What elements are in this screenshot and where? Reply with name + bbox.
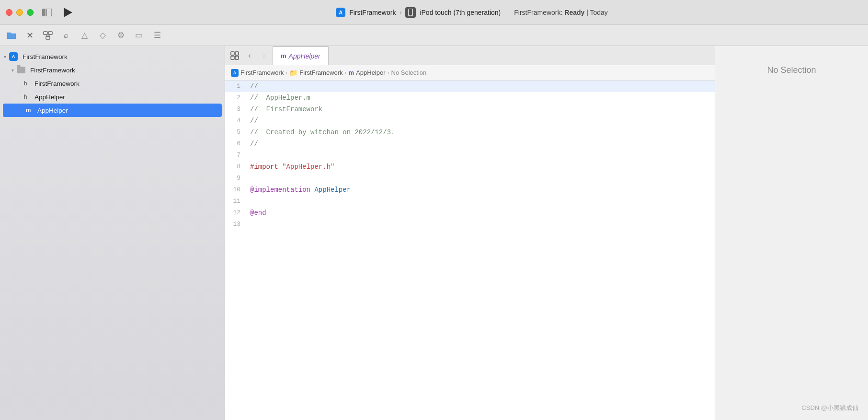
no-selection-label: No Selection: [767, 65, 816, 75]
svg-rect-5: [44, 32, 47, 35]
code-line-9: 9: [225, 173, 715, 184]
chevron-down-icon: [4, 54, 6, 59]
breadcrumb-item-1[interactable]: FirstFramework: [240, 69, 284, 76]
code-line-11: 11: [225, 196, 715, 207]
svg-rect-7: [46, 36, 50, 39]
tab-label-apphelper: AppHelper: [289, 52, 320, 60]
svg-point-4: [411, 15, 411, 16]
folder-icon: [17, 67, 25, 73]
svg-rect-13: [235, 56, 239, 59]
code-line-10: 10 @implementation AppHelper: [225, 184, 715, 196]
editor-tabs: m AppHelper: [273, 46, 329, 65]
title-bar: A FirstFramework › iPod touch (7th gener…: [0, 0, 868, 25]
hierarchy-button[interactable]: [40, 28, 56, 43]
svg-rect-0: [42, 9, 46, 16]
editor-split: ‹ › m AppHelper A FirstFramework › 📁 Fir…: [225, 46, 868, 420]
close-x-button[interactable]: ✕: [22, 28, 37, 43]
breadcrumb-sep-1: ›: [286, 70, 287, 76]
code-line-7: 7: [225, 150, 715, 161]
sidebar-item-root-label: FirstFramework: [23, 53, 68, 60]
code-line-8: 8 #import "AppHelper.h": [225, 161, 715, 173]
sidebar-item-group[interactable]: FirstFramework: [0, 63, 225, 77]
code-line-2: 2 // AppHelper.m: [225, 92, 715, 104]
breadcrumb-item-3[interactable]: AppHelper: [356, 69, 385, 76]
file-tree: A FirstFramework FirstFramework h FirstF…: [0, 46, 225, 420]
breadcrumb-item-2[interactable]: FirstFramework: [299, 69, 343, 76]
code-line-13: 13: [225, 219, 715, 230]
run-button[interactable]: [60, 5, 76, 20]
title-bar-center: A FirstFramework › iPod touch (7th gener…: [81, 7, 862, 18]
code-line-12: 12 @end: [225, 207, 715, 219]
traffic-lights: [6, 9, 34, 16]
code-line-3: 3 // FirstFramework: [225, 104, 715, 115]
warning-button[interactable]: △: [77, 28, 92, 43]
sidebar: A FirstFramework FirstFramework h FirstF…: [0, 46, 225, 420]
breadcrumb-sep-3: ›: [388, 70, 389, 76]
main-content: A FirstFramework FirstFramework h FirstF…: [0, 46, 868, 420]
device-label: iPod touch (7th generation): [420, 9, 501, 16]
tab-file-type-m: m: [281, 52, 286, 59]
minimize-button[interactable]: [16, 9, 23, 16]
app-icon: A: [336, 8, 345, 17]
maximize-button[interactable]: [27, 9, 34, 16]
svg-rect-1: [46, 9, 52, 16]
sidebar-item-group-label: FirstFramework: [30, 67, 75, 74]
list-button[interactable]: ☰: [149, 28, 165, 43]
breadcrumb-m-icon: m: [349, 69, 354, 76]
code-editor[interactable]: 1 // 2 // AppHelper.m 3 // FirstFramewor…: [225, 81, 715, 420]
close-button[interactable]: [6, 9, 12, 16]
sidebar-item-m1[interactable]: m AppHelper: [3, 104, 222, 117]
toolbar: ✕ ⌕ △ ◇ ⚙ ▭ ☰: [0, 25, 868, 46]
breadcrumb-app-icon: A: [231, 69, 239, 77]
device-icon: [405, 7, 416, 18]
svg-rect-3: [409, 9, 412, 15]
code-line-1: 1 //: [225, 81, 715, 92]
scheme-chevron: ›: [400, 9, 401, 16]
watermark: CSDN @小黑猫成仙: [801, 404, 858, 412]
chevron-folder-icon: [11, 68, 14, 73]
inspector-panel: No Selection: [715, 46, 868, 420]
svg-rect-10: [231, 52, 234, 55]
navigate-back-button[interactable]: ‹: [242, 48, 257, 63]
code-line-4: 4 //: [225, 115, 715, 127]
search-button[interactable]: ⌕: [58, 28, 74, 43]
sidebar-item-m1-label: AppHelper: [37, 107, 68, 114]
navigate-forward-button[interactable]: ›: [257, 48, 271, 63]
code-line-6: 6 //: [225, 138, 715, 150]
m-file-icon: m: [24, 107, 33, 114]
sidebar-item-h1[interactable]: h FirstFramework: [0, 77, 225, 90]
breadcrumb: A FirstFramework › 📁 FirstFramework › m …: [225, 65, 715, 81]
h-file-icon-2: h: [21, 93, 30, 100]
svg-rect-6: [48, 32, 52, 35]
editor-tabs-bar: ‹ › m AppHelper: [225, 46, 715, 65]
sidebar-item-root[interactable]: A FirstFramework: [0, 50, 225, 63]
h-file-icon-1: h: [21, 80, 30, 87]
svg-rect-12: [231, 56, 234, 59]
sidebar-item-h1-label: FirstFramework: [34, 80, 80, 87]
editor-area: ‹ › m AppHelper A FirstFramework › 📁 Fir…: [225, 46, 715, 420]
breadcrumb-folder-icon: 📁: [289, 69, 297, 77]
sidebar-item-h2-label: AppHelper: [34, 93, 65, 101]
editor-grid-view-button[interactable]: [227, 48, 242, 63]
environment-button[interactable]: ⚙: [113, 28, 128, 43]
sidebar-toggle-button[interactable]: [39, 5, 55, 20]
diamond-button[interactable]: ◇: [95, 28, 110, 43]
sidebar-item-h2[interactable]: h AppHelper: [0, 90, 225, 104]
breadcrumb-sep-2: ›: [345, 70, 347, 76]
scheme-label: FirstFramework: [349, 9, 396, 16]
code-line-5: 5 // Created by witchan on 2022/12/3.: [225, 127, 715, 138]
status-text: FirstFramework: Ready | Today: [514, 9, 608, 16]
rect-button[interactable]: ▭: [131, 28, 147, 43]
tab-apphelper-m[interactable]: m AppHelper: [273, 46, 329, 65]
breadcrumb-no-selection[interactable]: No Selection: [391, 69, 427, 76]
app-icon-tree: A: [9, 52, 18, 61]
folder-button[interactable]: [4, 28, 19, 43]
svg-rect-11: [235, 52, 239, 55]
